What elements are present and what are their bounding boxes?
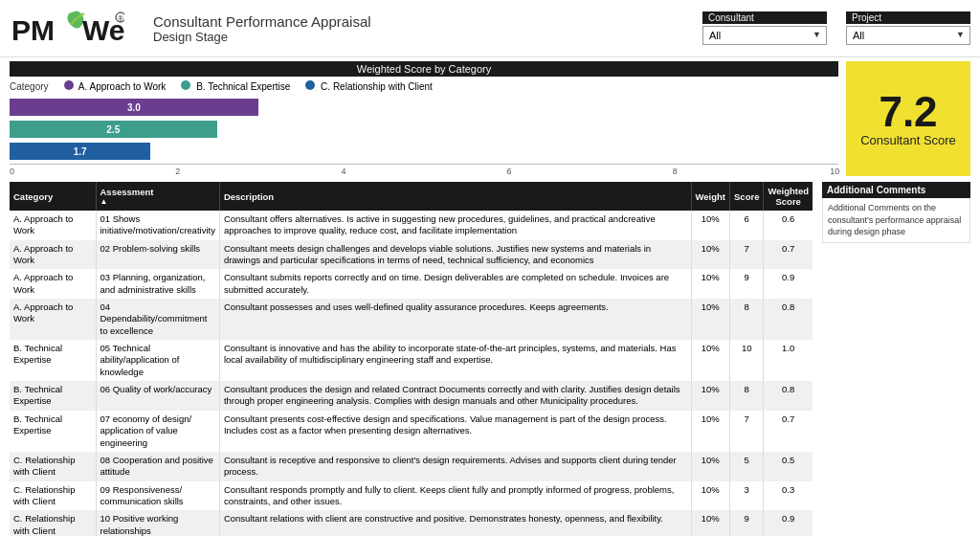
table-cell: Consultant presents cost-effective desig… (219, 411, 691, 452)
table-cell: 09 Responsiveness/ communication skills (96, 481, 219, 511)
table-cell: 05 Technical ability/application of know… (96, 340, 219, 381)
table-body: A. Approach to Work01 Shows initiative/m… (10, 211, 813, 536)
table-cell: 08 Cooperation and positive attitude (96, 452, 219, 481)
comments-header: Additional Comments (822, 182, 970, 198)
chart-title: Weighted Score by Category (10, 61, 838, 77)
table-cell: 10 (730, 340, 764, 381)
axis-0: 0 (10, 167, 14, 176)
table-cell: 0.7 (764, 411, 813, 452)
title-sub: Design Stage (153, 30, 702, 44)
bar-2: 1.7 (10, 143, 150, 160)
table-cell: 10 Positive working relationships (96, 510, 219, 536)
chart-legend: Category A. Approach to Work B. Technica… (10, 80, 838, 92)
table-cell: 10% (691, 381, 730, 411)
bar-row-2: 1.7 (10, 142, 838, 161)
axis-4: 4 (341, 167, 345, 176)
legend-dot-1 (181, 80, 190, 90)
table-cell: 0.5 (764, 452, 813, 481)
header: PM Web ® Consultant Performance Appraisa… (0, 0, 980, 57)
table-cell: Consultant responds promptly and fully t… (219, 481, 691, 511)
table-cell: 10% (691, 510, 730, 536)
table-cell: Consultant relations with client are con… (219, 510, 691, 536)
table-cell: 10% (691, 240, 730, 270)
th-description: Description (219, 182, 691, 211)
sort-arrow: ▲ (100, 197, 215, 206)
table-cell: 9 (730, 269, 764, 299)
table-cell: 10% (691, 211, 730, 240)
table-cell: 0.6 (764, 211, 813, 240)
table-cell: B. Technical Expertise (10, 340, 96, 381)
filter-block: Consultant All Project All (702, 11, 970, 45)
table-header-row: Category Assessment ▲ Description Weight… (10, 182, 813, 211)
table-cell: 1.0 (764, 340, 813, 381)
table-cell: 9 (730, 510, 764, 536)
table-cell: Consultant submits reports correctly and… (219, 269, 691, 299)
table-row: C. Relationship with Client10 Positive w… (10, 510, 813, 536)
table-cell: 10% (691, 411, 730, 452)
bar-1: 2.5 (10, 121, 217, 138)
legend-dot-2 (305, 80, 315, 90)
table-cell: 7 (730, 240, 764, 270)
table-cell: 06 Quality of work/accuracy (96, 381, 219, 411)
table-cell: Consultant possesses and uses well-defin… (219, 299, 691, 340)
legend-label-2: C. Relationship with Client (321, 81, 433, 92)
bar-row-1: 2.5 (10, 120, 838, 139)
project-label: Project (846, 11, 970, 24)
legend-item-1: B. Technical Expertise (181, 80, 290, 92)
table-row: C. Relationship with Client09 Responsive… (10, 481, 813, 511)
legend-dot-0 (64, 80, 74, 90)
content-area: Category Assessment ▲ Description Weight… (0, 178, 980, 536)
chart-axis: 0 2 4 6 8 10 (10, 164, 838, 176)
table-row: B. Technical Expertise07 economy of desi… (10, 411, 813, 452)
table-cell: Consultant meets design challenges and d… (219, 240, 691, 270)
comments-body: Additional Comments on the consultant's … (822, 198, 970, 243)
table-row: A. Approach to Work01 Shows initiative/m… (10, 211, 813, 240)
table-cell: 0.8 (764, 299, 813, 340)
table-cell: 0.9 (764, 269, 813, 299)
table-section: Category Assessment ▲ Description Weight… (10, 182, 813, 536)
consultant-select[interactable]: All (702, 26, 827, 45)
th-assessment: Assessment ▲ (96, 182, 219, 211)
consultant-label: Consultant (702, 11, 827, 24)
table-row: B. Technical Expertise06 Quality of work… (10, 381, 813, 411)
score-label: Consultant Score (860, 133, 956, 147)
svg-text:PM: PM (11, 14, 55, 46)
th-score: Score (730, 182, 764, 211)
legend-item-0: A. Approach to Work (64, 80, 167, 92)
legend-label-0: A. Approach to Work (78, 81, 167, 92)
project-select[interactable]: All (846, 26, 970, 45)
table-cell: 04 Dependability/commitment to excellenc… (96, 299, 219, 340)
project-select-wrap[interactable]: All (846, 26, 970, 45)
table-cell: A. Approach to Work (10, 299, 96, 340)
axis-8: 8 (673, 167, 678, 176)
table-cell: 8 (730, 381, 764, 411)
table-cell: A. Approach to Work (10, 211, 96, 240)
legend-label-1: B. Technical Expertise (196, 81, 290, 92)
table-cell: 0.8 (764, 381, 813, 411)
legend-category-label: Category (10, 81, 49, 92)
comments-panel: Additional Comments Additional Comments … (822, 182, 970, 536)
table-cell: Consultant is innovative and has the abi… (219, 340, 691, 381)
logo: PM Web ® (10, 8, 124, 50)
table-cell: 0.3 (764, 481, 813, 511)
th-weight: Weight (691, 182, 730, 211)
table-cell: Consultant is receptive and responsive t… (219, 452, 691, 481)
table-cell: 0.9 (764, 510, 813, 536)
consultant-select-wrap[interactable]: All (702, 26, 827, 45)
project-filter-group: Project All (846, 11, 970, 45)
table-cell: C. Relationship with Client (10, 510, 96, 536)
table-cell: Consultant produces the design and relat… (219, 381, 691, 411)
score-card: 7.2 Consultant Score (846, 61, 970, 176)
svg-text:®: ® (119, 14, 124, 21)
table-cell: 6 (730, 211, 764, 240)
table-cell: A. Approach to Work (10, 269, 96, 299)
table-cell: 10% (691, 269, 730, 299)
bar-row-0: 3.0 (10, 98, 838, 117)
th-category: Category (10, 182, 96, 211)
table-cell: A. Approach to Work (10, 240, 96, 270)
consultant-filter-group: Consultant All (702, 11, 827, 45)
table-cell: 5 (730, 452, 764, 481)
title-main: Consultant Performance Appraisal (153, 13, 702, 30)
table-row: A. Approach to Work03 Planning, organiza… (10, 269, 813, 299)
table-cell: 10% (691, 340, 730, 381)
